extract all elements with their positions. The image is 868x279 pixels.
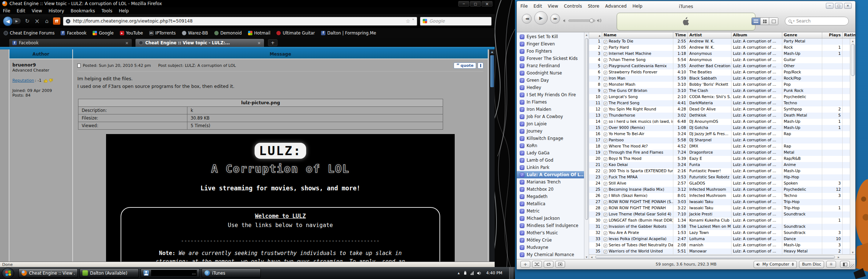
maximize-icon[interactable]: [470, 1, 481, 7]
track-name[interactable]: Internet Haet Machine: [602, 51, 673, 57]
playlist-item[interactable]: Iron Maiden: [517, 106, 584, 113]
scroll-up-icon[interactable]: [490, 49, 495, 54]
playlist-label[interactable]: Michael Jackson: [527, 216, 560, 221]
bookmark-item[interactable]: Demonoid: [214, 31, 242, 36]
track-row[interactable]: 14 so i herd u liek musics (oh lawd, is …: [589, 119, 850, 125]
track-name[interactable]: Love Theme (Metal Gear Solid 4): [602, 211, 673, 218]
track-row[interactable]: 18 Where The Hood At? 4:52 DMX Lulz: A c…: [589, 143, 850, 150]
extension-button[interactable]: ff: [53, 17, 60, 25]
playlist-item[interactable]: My Chemical Romance: [517, 251, 584, 258]
play-button[interactable]: [534, 11, 548, 25]
stop-button[interactable]: [33, 17, 41, 25]
search-placeholder[interactable]: Google: [429, 19, 445, 24]
track-name[interactable]: ROW ROW FIGHT THE POWAH (S...: [602, 199, 673, 205]
track-row[interactable]: 30 LONGCAT flash (Burnin Heat DDR) 1:34 …: [589, 218, 850, 224]
playlist-item[interactable]: In Flames: [517, 98, 584, 106]
taskbar-clock[interactable]: 4:40 PM: [486, 271, 502, 275]
tab-title[interactable]: Facebook: [19, 40, 38, 45]
bookmark-label[interactable]: IPTorrents: [155, 31, 176, 36]
track-checkbox[interactable]: [604, 120, 607, 124]
show-desktop-button[interactable]: [509, 267, 514, 279]
playlist-item[interactable]: Lamb of God: [517, 157, 584, 164]
genre-column-header[interactable]: Genre: [782, 32, 822, 38]
playlist-item[interactable]: Megadeth: [517, 193, 584, 200]
itunes-search-box[interactable]: Search: [785, 17, 849, 25]
number-column-header[interactable]: [589, 32, 602, 38]
track-name[interactable]: You Are A Pirate: [602, 230, 673, 236]
bookmark-item[interactable]: Facebook: [61, 31, 86, 36]
forward-button[interactable]: [12, 18, 21, 24]
playlist-item[interactable]: Hedley: [517, 84, 584, 91]
track-name[interactable]: You Spin Me Right Round: [602, 106, 673, 113]
sidebar-scrollbar[interactable]: [584, 32, 589, 259]
track-checkbox[interactable]: [604, 114, 607, 118]
playlist-item[interactable]: Job For A Cowboy: [517, 113, 584, 120]
playlist-label[interactable]: Iron Maiden: [527, 107, 551, 112]
taskbar-button-label[interactable]: ...: [151, 270, 197, 276]
search-dropdown-icon[interactable]: [793, 20, 795, 23]
track-name[interactable]: 300 This is Sparta (EXTENDED fun...: [602, 168, 673, 174]
track-name[interactable]: Boyz N Tha Hood: [602, 156, 673, 162]
playlist-label[interactable]: Killswitch Engage: [527, 136, 563, 141]
playlist-item[interactable]: Franz Ferdinand: [517, 62, 584, 69]
track-row[interactable]: 20 Boyz N Tha Hood 5:39 Eazy E Lulz: A c…: [589, 156, 850, 162]
track-checkbox[interactable]: [604, 145, 607, 149]
playlist-label[interactable]: Megadeth: [527, 194, 548, 199]
playlist-item[interactable]: Goodnight Nurse: [517, 69, 584, 77]
artist-column-header[interactable]: Artist: [688, 32, 731, 38]
scroll-down-icon[interactable]: [850, 250, 855, 254]
bookmark-label[interactable]: YouTube: [126, 31, 143, 36]
bookmark-label[interactable]: Ultimate Guitar: [283, 31, 315, 36]
track-checkbox[interactable]: [604, 83, 607, 87]
scrollbar-thumb[interactable]: [851, 44, 855, 76]
playlist-label[interactable]: Mudvayne: [527, 245, 548, 250]
playlist-item[interactable]: Metric: [517, 207, 584, 215]
menu-item[interactable]: History: [49, 8, 64, 13]
track-name[interactable]: Series of Tubes (Net Neutrality Da...: [602, 242, 673, 248]
minimize-icon[interactable]: [826, 3, 833, 9]
playlist-label[interactable]: Mötley Crüe: [527, 238, 552, 243]
volume-slider[interactable]: [568, 20, 595, 22]
previous-button[interactable]: [522, 14, 532, 24]
track-checkbox[interactable]: [604, 126, 607, 130]
quote-button[interactable]: quote: [454, 62, 476, 69]
playlist-label[interactable]: Goodnight Nurse: [527, 70, 562, 76]
coverflow-view-button[interactable]: [769, 18, 778, 25]
track-row[interactable]: 12 You Spin Me Right Round 4:28 Dead Or …: [589, 106, 850, 113]
playlist-item[interactable]: Matchbox 20: [517, 186, 584, 193]
track-row[interactable]: 29 Love Theme (Metal Gear Solid 4) 7:10 …: [589, 211, 850, 218]
track-row[interactable]: 31 Invasion of the Gabber Robots 3:58 Th…: [589, 224, 850, 230]
track-name[interactable]: Becoming Insane (Radio Mix): [602, 187, 673, 193]
menu-item[interactable]: Help: [632, 4, 642, 9]
track-name[interactable]: Ready To Die: [602, 39, 673, 45]
close-icon[interactable]: [844, 3, 852, 9]
url-text[interactable]: http://forum.cheatengine.org/viewtopic.p…: [73, 19, 192, 24]
playlist-label[interactable]: Foo Fighters: [527, 49, 552, 54]
track-checkbox[interactable]: [604, 225, 607, 229]
track-checkbox[interactable]: [604, 219, 607, 223]
track-row[interactable]: 23 Fuck The MPAA 3:53 Futuristic Sex Rob…: [589, 174, 850, 181]
playlist-label[interactable]: Mother's Music: [527, 230, 558, 235]
track-name[interactable]: LONGCAT flash (Burnin Heat DDR): [602, 218, 673, 224]
track-checkbox[interactable]: [604, 108, 607, 112]
track-row[interactable]: 22 300 This is Sparta (EXTENDED fun... 2…: [589, 168, 850, 174]
track-name[interactable]: 7chan Theme Song: [602, 57, 673, 63]
tray-expand-icon[interactable]: [458, 272, 459, 275]
track-row[interactable]: 8 Monster Mash 3:10 Bobby 'Boris' Picket…: [589, 82, 850, 88]
genius-button[interactable]: ✳: [826, 261, 836, 268]
power-plug-icon[interactable]: [463, 271, 467, 275]
playlist-item[interactable]: Metallica: [517, 200, 584, 207]
playlist-item[interactable]: Linkin Park: [517, 164, 584, 171]
track-name[interactable]: ROW ROW FIGHT THE POWAH: [602, 205, 673, 211]
bookmark-label[interactable]: Cheat Engine Forums: [10, 31, 54, 36]
track-list-scrollbar[interactable]: [850, 39, 855, 254]
track-name[interactable]: Invasion of the Gabber Robots: [602, 224, 673, 230]
playlist-item[interactable]: Eyes Set To Kill: [517, 33, 584, 40]
playlist-label[interactable]: Forever The Sickest Kids: [527, 56, 577, 61]
playlist-label[interactable]: My Chemical Romance: [527, 252, 574, 257]
track-row[interactable]: 9 The Guns Of Brixton 3:10 The Clash Lul…: [589, 88, 850, 94]
bookmark-item[interactable]: Dalton | Formspring.Me: [321, 31, 376, 36]
source-selector[interactable]: My Computer: [754, 261, 797, 268]
address-bar[interactable]: http://forum.cheatengine.org/viewtopic.p…: [63, 17, 417, 26]
track-checkbox[interactable]: [604, 170, 607, 173]
